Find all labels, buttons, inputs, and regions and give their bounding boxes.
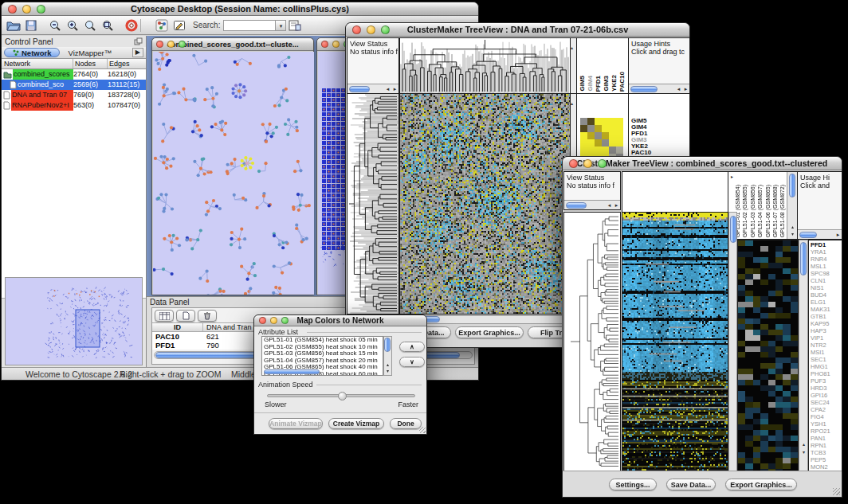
scroll-right-icon[interactable]: ▸ [834,231,842,239]
col-network[interactable]: Network [2,59,73,68]
column-label[interactable]: GPL51-06 (GSM865) [764,185,771,237]
tab-overflow-icon[interactable]: ▶ [132,48,143,57]
tv2-settings-button[interactable]: Settings... [609,479,657,490]
gene-label[interactable]: TCB3 [811,449,842,456]
slider-thumb[interactable] [338,392,347,400]
data-col-id[interactable]: ID [152,323,203,331]
column-label[interactable]: GPL51-07 (GSM868) [771,185,779,237]
tv1-usage-hscrollbar[interactable]: ◂ ▸ [629,84,689,93]
gene-label[interactable]: RPN1 [811,442,842,449]
gene-label[interactable]: YRA1 [811,248,842,256]
network-view-title-bar[interactable]: combined_scores_good.txt--cluste... [152,38,313,51]
matrix-cell[interactable] [580,147,587,154]
column-label[interactable]: GPL51-04 (GSM857) [756,185,764,237]
gene-label[interactable]: PFD1 [811,241,842,248]
column-label[interactable]: GIM3 [603,76,610,92]
search-dropdown[interactable]: ▾ [276,20,286,31]
move-down-button[interactable]: ∨ [399,357,425,367]
minimize-button[interactable] [332,41,340,48]
matrix-cell[interactable] [609,125,616,132]
scroll-left-icon[interactable]: ◂ [675,85,682,93]
gene-label[interactable]: RNR4 [811,256,842,263]
birds-eye-canvas[interactable] [6,278,141,365]
scroll-right-icon[interactable]: ▸ [613,201,620,209]
matrix-cell[interactable] [609,132,616,139]
dialog-title-bar[interactable]: Map Colors to Network [254,315,426,326]
minimize-button[interactable] [22,5,31,14]
matrix-cell[interactable] [595,139,602,147]
matrix-cell[interactable] [602,125,609,132]
help-icon[interactable] [123,18,140,33]
matrix-cell[interactable] [602,147,609,154]
scroll-up-icon[interactable]: ▴ [800,440,807,448]
column-label[interactable]: GPL51-03 (GSM856) [749,185,756,237]
zoom-button[interactable] [381,25,390,34]
gene-label[interactable]: PEP5 [811,456,842,463]
treeview1-title-bar[interactable]: ClusterMaker TreeView : DNA and Tran 07-… [346,23,689,37]
matrix-cell[interactable] [587,125,595,132]
network-canvas[interactable] [153,52,314,295]
gene-label[interactable]: FIG4 [811,413,842,420]
gene-label[interactable]: YSH1 [811,420,842,428]
matrix-cell[interactable] [616,125,623,132]
gene-label[interactable]: MSI1 [811,349,842,356]
matrix-cell[interactable] [587,147,595,154]
tab-network[interactable]: Network [4,48,60,57]
scroll-down-icon[interactable]: ▾ [384,367,391,375]
gene-label[interactable]: HRD3 [811,385,842,392]
attribute-list-hscroll[interactable] [264,369,320,374]
matrix-cell[interactable] [580,132,587,139]
tv2-column-dendrogram[interactable] [622,171,728,213]
close-button[interactable] [8,5,17,14]
gene-label[interactable]: VIP1 [811,334,842,342]
matrix-cell[interactable] [595,132,602,139]
vizmapper-icon[interactable] [153,18,171,33]
row-label[interactable]: PAC10 [631,150,651,156]
gene-label[interactable]: GTB1 [811,313,842,320]
open-session-icon[interactable] [5,18,22,33]
matrix-cell[interactable] [609,118,616,125]
matrix-cell[interactable] [580,139,587,147]
scroll-right-icon[interactable]: ▸ [682,85,689,93]
matrix-cell[interactable] [602,132,609,139]
network-row[interactable]: DNA and Tran 07 769(0) 183728(0) [2,90,146,100]
zoom-button[interactable] [179,41,186,48]
matrix-cell[interactable] [616,147,623,154]
gene-label[interactable]: PHO81 [811,370,842,377]
gene-label[interactable]: SEC1 [811,356,842,363]
matrix-cell[interactable] [609,147,616,154]
birds-eye-view[interactable] [5,277,143,365]
tv2-status-hscrollbar[interactable]: ◂ ▸ [564,200,620,209]
minimize-button[interactable] [270,317,277,324]
correlation-matrix[interactable] [580,118,623,161]
matrix-cell[interactable] [595,125,602,132]
network-row[interactable]: combined_scores 2764(0) 16218(0) [2,69,146,80]
tv2-save-data-button[interactable]: Save Data... [666,479,716,490]
zoom-selected-icon[interactable] [99,18,116,33]
gene-label[interactable]: HAP3 [811,327,842,334]
matrix-cell[interactable] [587,132,595,139]
zoom-out-icon[interactable] [46,18,64,33]
matrix-cell[interactable] [609,139,616,147]
matrix-cell[interactable] [616,118,623,125]
tv1-status-hscrollbar[interactable]: ◂ ▸ [347,84,398,93]
tv1-export-graphics-button[interactable]: Export Graphics... [455,326,524,338]
float-panel-icon[interactable] [134,34,143,49]
close-button[interactable] [259,317,266,324]
network-row[interactable]: RNAPuberNov2+I 563(0) 107847(0) [2,100,146,111]
column-label[interactable]: PFD1 [595,76,603,92]
matrix-cell[interactable] [602,118,609,125]
col-edges[interactable]: Edges [108,59,146,68]
column-label[interactable]: GPL51-08 (GSM872) [779,185,786,237]
zoom-button[interactable] [37,5,45,14]
resize-grip[interactable] [419,427,426,433]
gene-label[interactable]: CPA2 [811,406,842,413]
col-nodes[interactable]: Nodes [73,59,108,68]
gene-label[interactable]: NIS1 [811,284,842,291]
main-title-bar[interactable]: Cytoscape Desktop (Session Name: collins… [2,2,478,16]
matrix-cell[interactable] [587,139,595,147]
attribute-list[interactable]: GPL51-01 (GSM854) heat shock 05 minGPL51… [261,336,383,376]
resize-grip[interactable] [833,488,840,495]
gene-label[interactable]: NTR2 [811,342,842,349]
column-label[interactable]: GIM5 [579,76,587,92]
